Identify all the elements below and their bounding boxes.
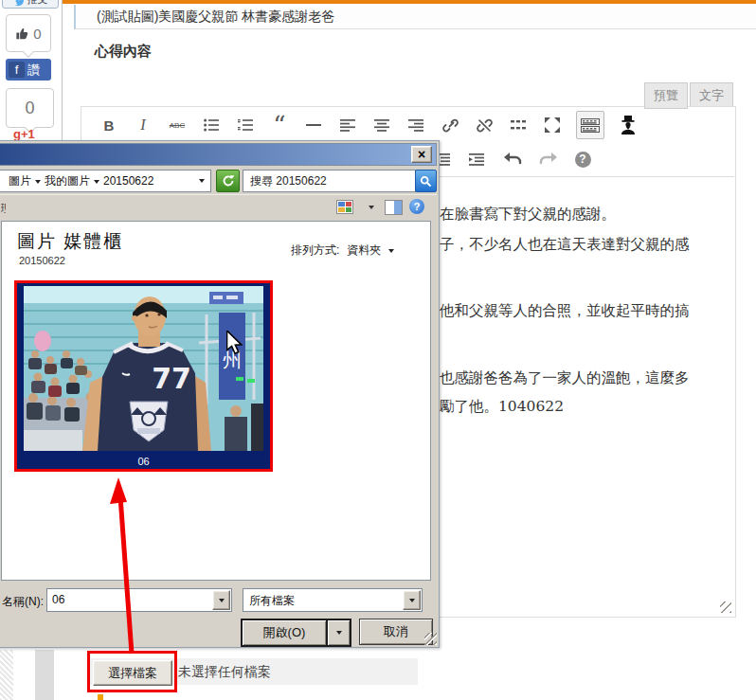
facebook-like-label: 讚	[27, 62, 40, 79]
link-button[interactable]	[440, 114, 460, 136]
editor-text-line: 他和父親等人的合照，並收起平時的搞	[440, 301, 690, 321]
views-icon[interactable]	[336, 200, 353, 214]
editor-text-line: 子，不少名人也在這天表達對父親的感	[440, 235, 690, 255]
post-title-field[interactable]: (測試貼圖)美國慶父親節 林書豪感謝老爸	[74, 5, 756, 29]
chevron-down-icon[interactable]	[35, 180, 41, 184]
tab-text[interactable]: 文字	[690, 82, 733, 109]
more-tag-button[interactable]	[508, 114, 529, 136]
editor-resize-grip[interactable]	[720, 601, 731, 613]
filename-label: 名稱(N):	[2, 594, 44, 610]
align-right-button[interactable]	[405, 114, 426, 136]
editor-text-line: 在臉書寫下對父親的感謝。	[440, 205, 616, 224]
cancel-button[interactable]: 取消	[359, 619, 433, 645]
page-edge-pattern	[0, 650, 13, 700]
commandbar-clipped-text: 理	[1, 201, 6, 214]
cancel-button-label: 取消	[384, 623, 408, 640]
bullet-list-button[interactable]	[201, 114, 222, 136]
like-count-bubble: 0	[6, 14, 51, 52]
editor-text-line: 也感謝爸爸為了一家人的溫飽，這麼多	[440, 368, 690, 388]
facebook-f-icon: f	[9, 62, 25, 78]
section-heading: 心得內容	[95, 43, 152, 61]
tweet-button[interactable]: 推文	[2, 0, 59, 9]
views-dropdown-icon[interactable]	[369, 206, 374, 209]
help-icon[interactable]: ?	[409, 199, 424, 214]
accent-top-bar	[63, 0, 756, 4]
library-folder: 20150622	[19, 255, 65, 266]
thumbnail-caption: 06	[17, 456, 270, 467]
unlink-button[interactable]	[474, 114, 495, 136]
open-button[interactable]: 開啟(O)	[241, 619, 328, 647]
breadcrumb-segment[interactable]: 圖片	[0, 173, 31, 189]
arrange-by[interactable]: 排列方式: 資料夾	[291, 242, 394, 259]
undo-button[interactable]	[502, 148, 523, 171]
annotation-arrow	[95, 472, 148, 657]
arrange-label: 排列方式:	[291, 242, 339, 259]
toolbar-toggle-button[interactable]	[576, 111, 604, 139]
numbered-list-button[interactable]	[235, 114, 256, 136]
partial-bullet	[98, 694, 103, 700]
chevron-down-icon[interactable]	[94, 180, 99, 184]
refresh-button[interactable]	[216, 170, 240, 192]
gplus-label: g+1	[13, 127, 35, 140]
like-count: 0	[33, 26, 41, 42]
tab-preview[interactable]: 預覽	[644, 82, 688, 109]
close-icon: ×	[418, 150, 425, 159]
strikethrough-button[interactable]: ABC	[167, 114, 188, 136]
editor-toolbar-row2: ?	[432, 143, 735, 175]
open-split-dropdown-button[interactable]	[326, 619, 351, 647]
italic-button[interactable]: I	[133, 114, 153, 136]
preview-pane-icon[interactable]	[385, 200, 403, 215]
editor-text-line: 勵了他。1040622	[440, 397, 564, 417]
address-dropdown-icon[interactable]	[199, 179, 205, 183]
search-box[interactable]: 搜尋 20150622	[243, 170, 416, 192]
tweet-label: 推文	[27, 0, 48, 8]
dialog-resize-grip[interactable]	[424, 633, 437, 645]
file-open-dialog: × 圖片 我的圖片 20150622 搜尋 20150622 理	[0, 140, 440, 648]
page-edge-strip	[35, 650, 54, 700]
search-value: 搜尋 20150622	[243, 173, 327, 189]
facebook-like-button[interactable]: f 讚	[6, 59, 51, 81]
gplus-button[interactable]: g+1	[13, 127, 51, 140]
fullscreen-button[interactable]	[542, 114, 563, 136]
photo-jeremy-lin: 州	[24, 286, 263, 451]
share-count: 0	[25, 99, 34, 118]
screenshot-root: 推文 0 f 讚 0 g+1 (測試貼圖)美國慶父親節 林書豪感謝老爸 心得內容…	[0, 0, 756, 700]
blockquote-button[interactable]: “	[269, 114, 290, 136]
breadcrumb-bar[interactable]: 圖片 我的圖片 20150622	[0, 170, 211, 192]
filetype-dropdown-button[interactable]	[403, 590, 421, 610]
thumbs-up-icon	[15, 27, 29, 41]
gentleman-emoticon-button[interactable]	[618, 114, 639, 136]
tab-preview-label: 預覽	[654, 87, 678, 104]
panel-left-border	[62, 0, 63, 142]
thumbnail-tile-selected[interactable]: 州	[17, 283, 270, 469]
refresh-icon	[222, 174, 235, 188]
editor-toolbar-row1: B I ABC “	[81, 107, 735, 143]
arrange-value[interactable]: 資料夾	[347, 242, 381, 259]
filetype-combobox[interactable]: 所有檔案	[243, 588, 423, 612]
indent-button[interactable]	[467, 148, 488, 171]
dialog-file-area: 圖片 媒體櫃 20150622 排列方式: 資料夾	[1, 221, 431, 581]
dialog-titlebar[interactable]: ×	[0, 143, 437, 166]
align-center-button[interactable]	[371, 114, 392, 136]
align-left-button[interactable]	[337, 114, 358, 136]
arrange-dropdown-icon[interactable]	[388, 249, 394, 253]
twitter-bird-icon	[13, 0, 25, 8]
breadcrumb-segment[interactable]: 我的圖片	[45, 173, 90, 189]
social-sidebar: 推文 0 f 讚 0 g+1	[0, 0, 61, 142]
filename-dropdown-button[interactable]	[212, 590, 230, 610]
horizontal-rule-button[interactable]	[303, 114, 324, 136]
editor-help-button[interactable]: ?	[572, 148, 593, 171]
search-icon	[420, 175, 432, 188]
breadcrumb-segment[interactable]: 20150622	[103, 174, 153, 188]
mouse-cursor	[226, 331, 245, 359]
thumbnail-annotation-box: 州	[14, 280, 273, 472]
bold-button[interactable]: B	[99, 114, 119, 136]
dialog-close-button[interactable]: ×	[411, 146, 432, 163]
open-button-label: 開啟(O)	[263, 624, 306, 641]
filetype-value: 所有檔案	[249, 593, 295, 609]
share-count-bubble: 0	[6, 88, 54, 128]
search-button[interactable]	[415, 170, 437, 192]
redo-button[interactable]	[537, 148, 558, 171]
tab-text-label: 文字	[699, 87, 724, 104]
post-title-text: (測試貼圖)美國慶父親節 林書豪感謝老爸	[76, 9, 334, 26]
